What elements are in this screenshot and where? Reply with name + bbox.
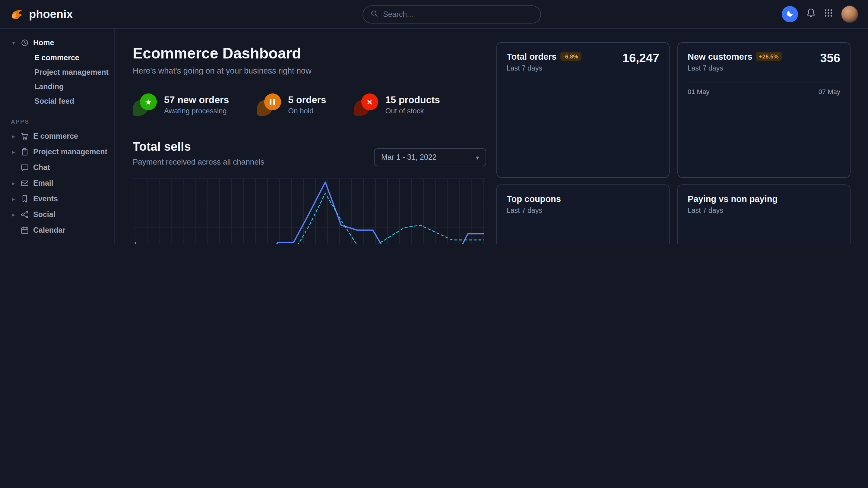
stat-caption: Awating processing <box>164 106 229 115</box>
sidebar-item-social[interactable]: ▸Social <box>0 207 114 223</box>
caret-down-icon: ▾ <box>11 40 16 45</box>
paying-vs-non-paying-card: Paying vs non paying Last 7 days <box>677 185 850 244</box>
star-icon <box>145 96 152 107</box>
chevron-down-icon <box>476 153 479 162</box>
card-value: 16,247 <box>622 51 659 65</box>
sidebar: ▾HomeE commerceProject managementLanding… <box>0 29 115 244</box>
sidebar-item-events[interactable]: ▸Events <box>0 191 114 207</box>
caret-right-icon: ▸ <box>11 181 16 186</box>
stats-row: 57 new orders Awating processing 5 order… <box>133 93 486 116</box>
stat-orders-on-hold: 5 orders On hold <box>257 93 326 116</box>
apps-grid-button[interactable] <box>824 8 833 20</box>
sidebar-subitem-social-feed[interactable]: Social feed <box>0 94 114 108</box>
dashboard-left-column: Ecommerce Dashboard Here's what's going … <box>133 44 486 244</box>
sidebar-item-project-management[interactable]: ▸Project management <box>0 144 114 160</box>
sidebar-item-label: Social <box>33 210 56 219</box>
main-content: Ecommerce Dashboard Here's what's going … <box>115 29 868 244</box>
pause-icon <box>270 99 275 105</box>
cart-icon <box>21 132 29 140</box>
sidebar-item-label: E commerce <box>33 132 78 140</box>
card-title: Total orders <box>507 52 556 62</box>
sidebar-section-label: APPS <box>11 118 114 125</box>
card-value: 356 <box>820 51 840 65</box>
app-root: phoenix ▾HomeE commerceProject managemen… <box>0 0 868 244</box>
axis-label: 07 May <box>818 88 840 95</box>
clipboard-icon <box>21 148 29 156</box>
brand[interactable]: phoenix <box>10 7 73 22</box>
caret-right-icon: ▸ <box>11 212 16 217</box>
total-sells-title: Total sells <box>133 140 264 154</box>
total-sells-header: Total sells Payment received across all … <box>133 140 486 166</box>
stat-out-of-stock: 15 products Out of stock <box>354 93 440 116</box>
sidebar-subitem-e-commerce[interactable]: E commerce <box>0 51 114 65</box>
card-title: Paying vs non paying <box>688 194 777 204</box>
stat-value: 15 products <box>385 94 440 105</box>
sidebar-item-label: Events <box>33 195 58 203</box>
stat-new-orders: 57 new orders Awating processing <box>133 93 229 116</box>
total-sells-chart <box>133 176 486 244</box>
top-coupons-card: Top coupons Last 7 days 72% <box>496 185 670 244</box>
mail-icon <box>21 179 29 188</box>
x-icon <box>367 96 372 107</box>
stat-value: 57 new orders <box>164 94 229 105</box>
bookmark-icon <box>21 195 29 203</box>
share-icon <box>21 210 29 219</box>
global-search-input[interactable] <box>383 10 533 19</box>
donut-center-label: 72% <box>554 220 612 244</box>
theme-toggle-button[interactable] <box>782 6 798 22</box>
sidebar-item-label: Home <box>33 39 54 47</box>
sidebar-item-label: Email <box>33 179 53 188</box>
global-search <box>363 5 541 24</box>
stat-value: 5 orders <box>288 94 326 105</box>
sidebar-item-email[interactable]: ▸Email <box>0 175 114 191</box>
notifications-button[interactable] <box>806 8 816 21</box>
out-of-stock-icon <box>354 93 378 116</box>
stat-caption: Out of stock <box>385 106 440 115</box>
caret-right-icon: ▸ <box>11 149 16 155</box>
card-period: Last 7 days <box>507 65 581 72</box>
date-range-select[interactable]: Mar 1 - 31, 2022 <box>374 148 486 166</box>
caret-right-icon: ▸ <box>11 196 16 202</box>
sidebar-nav: ▾HomeE commerceProject managementLanding… <box>0 35 114 244</box>
chat-icon <box>21 163 29 172</box>
stat-caption: On hold <box>288 106 326 115</box>
trend-badge: +26.5% <box>756 52 781 61</box>
card-title: New customers <box>688 52 752 62</box>
card-period: Last 7 days <box>688 207 777 214</box>
moon-icon <box>786 9 794 20</box>
card-period: Last 7 days <box>688 65 781 72</box>
caret-right-icon: ▸ <box>11 133 16 139</box>
top-navbar: phoenix <box>0 0 868 29</box>
trend-badge: -6.8% <box>560 52 581 61</box>
sidebar-item-label: Project management <box>33 148 107 156</box>
sidebar-subitem-project-management[interactable]: Project management <box>0 65 114 79</box>
total-sells-subtitle: Payment received across all channels <box>133 157 264 166</box>
sidebar-item-label: Chat <box>33 163 50 172</box>
top-coupons-donut: 72% <box>554 220 612 244</box>
on-hold-icon <box>257 93 281 116</box>
new-customers-x-axis: 01 May 07 May <box>688 83 840 95</box>
brand-name: phoenix <box>29 7 73 21</box>
sidebar-item-calendar[interactable]: Calendar <box>0 223 114 238</box>
sidebar-item-home[interactable]: ▾Home <box>0 35 114 51</box>
card-title: Top coupons <box>507 194 561 204</box>
date-range-value: Mar 1 - 31, 2022 <box>381 153 436 162</box>
page-title: Ecommerce Dashboard <box>133 44 486 62</box>
search-icon <box>370 9 378 20</box>
axis-label: 01 May <box>688 88 709 95</box>
sidebar-item-chat[interactable]: Chat <box>0 160 114 175</box>
page-subtitle: Here's what's going on at your business … <box>133 66 486 75</box>
new-orders-icon <box>133 93 157 116</box>
line-chart-svg <box>133 176 486 244</box>
clock-icon <box>21 39 29 47</box>
phoenix-logo-icon <box>10 7 24 22</box>
sidebar-item-label: Calendar <box>33 226 65 234</box>
new-customers-card: New customers+26.5% Last 7 days 356 01 M… <box>677 42 850 178</box>
total-orders-card: Total orders-6.8% Last 7 days 16,247 <box>496 42 670 178</box>
card-period: Last 7 days <box>507 207 561 214</box>
sidebar-subitem-landing[interactable]: Landing <box>0 79 114 94</box>
user-avatar[interactable] <box>841 5 858 23</box>
calendar-icon <box>21 226 29 234</box>
sidebar-item-e-commerce[interactable]: ▸E commerce <box>0 128 114 144</box>
navbar-actions <box>782 5 858 23</box>
